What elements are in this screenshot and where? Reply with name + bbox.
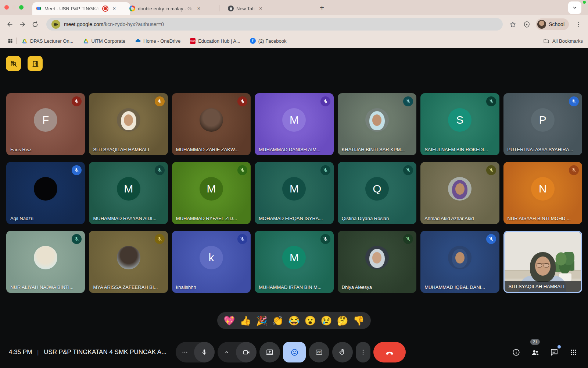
bookmarks-bar: DPAS Lecturer On... UiTM Corporate Home … [0,34,588,48]
participant-tile[interactable]: PPUTERI NATASYA SYAHIRA... [503,93,582,155]
leave-call-button[interactable] [373,342,406,362]
browser-menu-button[interactable] [572,18,584,31]
chevron-down-icon [572,5,577,10]
avatar: M [200,177,223,201]
close-tab-icon[interactable]: × [111,5,118,12]
participant-tile[interactable]: SITI SYAQILAH HAMBALI [503,231,582,293]
zoom-window-button[interactable] [19,5,24,10]
avatar [117,246,140,269]
door-open-button[interactable] [28,56,43,71]
participant-tile[interactable]: MMUHAMMAD DANISH AIM... [255,93,333,155]
reaction-emoji-button[interactable]: 😂 [288,312,300,329]
mic-muted-badge [486,96,496,106]
participant-tile[interactable]: MMOHAMAD FIRQAN ISYRA... [255,162,333,224]
mic-off-icon [157,99,162,104]
building-off-button[interactable] [6,56,21,71]
mic-muted-badge [486,234,496,244]
raise-hand-button[interactable] [332,342,353,362]
captions-button[interactable]: CC [309,342,329,362]
close-tab-icon[interactable]: × [257,5,264,12]
participant-tile[interactable]: kkhalishhh [172,231,251,293]
mic-muted-badge [320,96,330,106]
tab-search[interactable]: double entry in malay - Goog × [126,2,221,15]
avatar [365,246,389,269]
camera-toggle-button[interactable] [236,342,257,362]
mic-off-icon [240,236,245,242]
minimize-window-button[interactable] [12,5,16,10]
reaction-emoji-button[interactable]: 👎 [352,312,365,329]
participant-tile[interactable]: MUHAMMAD ZARIF ZAKW... [172,93,251,155]
close-window-button[interactable] [4,5,9,10]
camera-options-button[interactable] [218,349,236,355]
url-text: meet.google.com/kcn-zydo-hyx?authuser=0 [64,21,164,27]
chat-button[interactable] [545,342,564,362]
bookmark-star-button[interactable] [506,18,519,31]
participant-tile[interactable]: NUR ALIYAH NAJWA BINTI... [6,231,85,293]
avatar: F [34,108,57,132]
participant-name: MUHAMMAD RAYYAN AIDI... [93,216,156,221]
reaction-emoji-button[interactable]: 💖 [223,312,236,329]
close-tab-icon[interactable]: × [196,5,202,12]
reactions-toggle-button[interactable] [283,342,306,362]
participant-tile[interactable]: MMUHAMMAD RAYYAN AIDI... [89,162,168,224]
address-bar[interactable]: meet.google.com/kcn-zydo-hyx?authuser=0 [46,18,503,31]
mic-muted-badge [155,96,165,106]
reaction-emoji-button[interactable]: 👍 [239,312,252,329]
reload-button[interactable] [29,18,41,31]
battery-saver-icon[interactable] [520,18,533,31]
mic-off-icon [405,236,411,242]
reaction-emoji-button[interactable]: 🤔 [336,312,349,329]
participant-tile[interactable]: MMUHAMMAD IRFAN BIN M... [255,231,333,293]
new-tab-button[interactable]: + [317,3,327,13]
present-button[interactable] [259,342,280,362]
avatar: P [531,108,555,132]
bookmark-facebook[interactable]: f (2) Facebook [250,38,287,44]
mic-muted-badge [155,165,165,175]
mic-off-icon [157,236,162,242]
all-bookmarks-button[interactable]: All Bookmarks [543,38,583,44]
people-icon [531,348,540,357]
back-button[interactable] [4,18,16,31]
reaction-emoji-button[interactable]: 😢 [320,312,333,329]
mic-muted-badge [72,96,82,106]
participant-tile[interactable]: SSAIFULNAEM BIN ROKEDI... [420,93,499,155]
mic-button-group [176,342,215,362]
reaction-emoji-button[interactable]: 😮 [304,312,316,329]
reaction-emoji-button[interactable]: 👏 [272,312,284,329]
tab-meet[interactable]: Meet - USR P&P TINGKAT × [32,2,130,15]
participant-name: MUHAMMAD IQBAL DANI... [424,284,485,290]
tab-new-tab[interactable]: New Tab × [224,2,315,15]
reaction-emoji-button[interactable]: 🎉 [255,312,268,329]
apps-grid-icon[interactable] [5,35,15,47]
bookmark-uitm[interactable]: UiTM Corporate [83,38,125,44]
participant-tile[interactable]: SITI SYAQILAH HAMBALI [89,93,168,155]
meeting-details-button[interactable] [506,342,526,362]
participant-tile[interactable]: NNUR AISYAH BINTI MOHD ... [503,162,582,224]
participant-tile[interactable]: Ahmad Akid Azhar Akid [420,162,499,224]
participant-tile[interactable]: MMUHAMMAD RYFAEL ZID... [172,162,251,224]
avatar [200,108,223,132]
activities-button[interactable] [564,342,583,362]
profile-chip[interactable]: School [536,18,569,30]
avatar: M [282,177,306,201]
participant-tile[interactable]: Dhiya Aleesya [338,231,416,293]
people-button[interactable]: 21 [526,342,545,362]
participant-tile[interactable]: MYA ARISSA ZAFEERAH BI... [89,231,168,293]
participant-name: SITI SYAQILAH HAMBALI [93,147,149,152]
mic-options-button[interactable] [176,349,194,355]
camera-permission-icon[interactable] [51,20,60,29]
bookmark-onedrive[interactable]: Home - OneDrive [135,38,180,44]
bookmark-dpas[interactable]: DPAS Lecturer On... [22,38,74,44]
more-options-button[interactable] [356,342,370,362]
participant-tile[interactable]: QQistina Diyana Roslan [338,162,416,224]
bookmark-education-hub[interactable]: ACCA Education Hub | A... [190,38,240,44]
mic-toggle-button[interactable] [194,342,215,362]
participant-tile[interactable]: Aqil Nadzri [6,162,85,224]
mic-off-icon [74,99,79,104]
tab-overflow-button[interactable] [568,1,581,14]
forward-button[interactable] [16,18,29,31]
participant-tile[interactable]: KHATIJAH BINTI SAR KPM... [338,93,416,155]
mic-muted-badge [155,234,165,244]
participant-tile[interactable]: FFaris Risz [6,93,85,155]
participant-tile[interactable]: MUHAMMAD IQBAL DANI... [420,231,499,293]
